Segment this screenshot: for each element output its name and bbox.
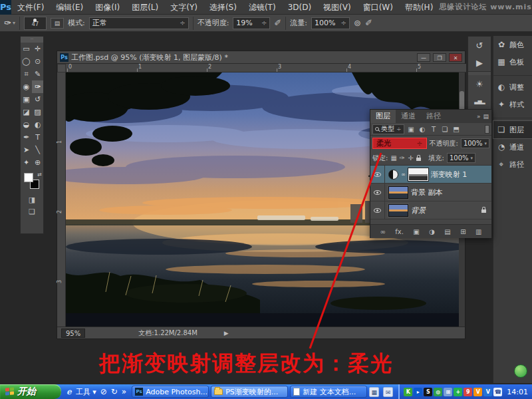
lock-transparent-icon[interactable]: ▦ (390, 154, 396, 162)
layer-row-gradient-map[interactable]: ∞ 渐变映射 1 (370, 166, 491, 184)
path-select-tool-icon[interactable]: ➤ (21, 144, 32, 156)
new-adjustment-icon[interactable]: ◑ (429, 228, 435, 235)
tray-k-icon[interactable]: K (404, 388, 412, 396)
status-options-arrow[interactable]: ▶ (224, 330, 229, 336)
actions-panel-icon[interactable]: ▶ (468, 54, 491, 71)
move-tool-icon[interactable]: ✛ (32, 43, 43, 55)
menu-filter[interactable]: 滤镜(T) (243, 0, 282, 15)
panel-button-color[interactable]: ✿颜色 (493, 36, 532, 53)
add-mask-icon[interactable]: ▣ (413, 228, 419, 235)
taskbar-toolbar-icon-2[interactable]: ✉ (383, 387, 393, 397)
clone-stamp-tool-icon[interactable]: ▣ (21, 93, 32, 106)
eyedropper-tool-icon[interactable]: ✎ (32, 68, 43, 80)
task-button-folder[interactable]: PS渐变映射的... (211, 386, 288, 398)
tool-preset-picker[interactable]: ✑▾ (4, 18, 15, 28)
layer-thumbnail[interactable] (388, 186, 408, 199)
rect-marquee-tool-icon[interactable]: ▭ (21, 43, 32, 55)
panel-button-layers[interactable]: ❏图层 (493, 121, 532, 138)
ie-icon[interactable]: e (66, 387, 72, 396)
tab-layers[interactable]: 图层 (370, 110, 396, 123)
flow-select[interactable]: 100% (311, 17, 350, 29)
tab-paths[interactable]: 路径 (421, 110, 446, 123)
tab-channels[interactable]: 通道 (396, 110, 421, 123)
pressure-size-icon[interactable]: ✐ (365, 18, 372, 28)
menu-type[interactable]: 文字(Y) (164, 0, 203, 15)
filter-toggle[interactable] (485, 125, 489, 134)
panel-button-paths[interactable]: ⌖路径 (493, 156, 532, 173)
visibility-toggle[interactable] (370, 166, 385, 184)
layer-mask-thumbnail[interactable] (408, 168, 428, 181)
toolbox-header[interactable]: ·· (21, 37, 43, 43)
layer-style-icon[interactable]: fx. (395, 228, 404, 235)
filter-type-icon[interactable]: T (430, 126, 438, 133)
eraser-tool-icon[interactable]: ◪ (21, 106, 32, 118)
layer-name[interactable]: 背景 副本 (411, 188, 443, 198)
layer-thumbnail[interactable] (388, 204, 408, 217)
mask-link-icon[interactable]: ∞ (401, 172, 406, 178)
opacity-select[interactable]: 19% (233, 17, 270, 29)
quick-launch-overflow-icon[interactable]: » (122, 387, 126, 396)
doc-close-button[interactable]: ✕ (449, 53, 462, 62)
filter-kind-select[interactable]: 类型 (372, 124, 404, 134)
filter-shape-icon[interactable]: ❏ (441, 126, 450, 133)
taskbar-toolbar-icon-1[interactable]: ▦ (369, 387, 379, 397)
panel-menu-icon[interactable]: ▤ (483, 113, 489, 120)
blur-tool-icon[interactable]: ◒ (21, 118, 32, 131)
start-button[interactable]: 开始 (0, 384, 61, 399)
gradient-map-adjustment-icon[interactable] (388, 170, 398, 180)
layer-opacity-select[interactable]: 100% (461, 138, 489, 148)
collapse-panel-icon[interactable]: » (477, 113, 481, 120)
shape-tool-icon[interactable]: ╲ (32, 144, 43, 156)
panel-button-styles[interactable]: ✦样式 (493, 96, 532, 113)
app-s-icon[interactable]: ⊘ (100, 387, 107, 396)
tray-windows-icon[interactable]: ⊞ (444, 388, 452, 396)
document-titlebar[interactable]: Ps 工作图.psd @ 95% (渐变映射 1, 图层蒙版/8) * — ❐ … (57, 51, 465, 64)
zoom-level-field[interactable]: 95% (61, 329, 85, 338)
crop-tool-icon[interactable]: ⌗ (21, 68, 32, 80)
tray-plus-icon[interactable]: + (454, 388, 462, 396)
menu-layer[interactable]: 图层(L) (126, 0, 164, 15)
visibility-toggle[interactable] (370, 201, 385, 219)
screen-mode-icon[interactable]: ❏ (21, 206, 43, 218)
history-panel-icon[interactable]: ↺ (468, 37, 491, 54)
tray-nine-icon[interactable]: 9 (464, 388, 472, 396)
layer-row-background[interactable]: 背景 (370, 201, 491, 219)
filter-pixel-icon[interactable]: ▣ (407, 126, 416, 133)
brush-size-picker[interactable]: 47 (24, 17, 47, 30)
mode-select[interactable]: 正常 (89, 17, 189, 29)
task-button-photoshop[interactable]: Ps Adobe Photosh... (132, 386, 209, 398)
ruler-corner[interactable] (57, 64, 66, 72)
tray-shield-blue-icon[interactable]: V (483, 388, 492, 396)
foreground-color-swatch[interactable] (24, 173, 33, 182)
brush-panel-toggle[interactable]: ▤ (51, 18, 64, 29)
doc-maximize-button[interactable]: ❐ (433, 53, 446, 62)
layer-name[interactable]: 渐变映射 1 (431, 170, 467, 180)
menu-file[interactable]: 文件(F) (11, 0, 50, 15)
type-tool-icon[interactable]: T (32, 131, 43, 144)
link-layers-icon[interactable]: ∞ (380, 228, 385, 235)
layer-name[interactable]: 背景 (411, 205, 426, 215)
menu-edit[interactable]: 编辑(E) (50, 0, 89, 15)
filter-adjustment-icon[interactable]: ◐ (418, 126, 427, 133)
adjustments-sun-icon[interactable]: ☀ (468, 75, 491, 92)
histogram-panel-icon[interactable]: ▃▅▂ (468, 92, 491, 110)
pressure-opacity-icon[interactable]: ✐ (274, 18, 281, 28)
tray-s-icon[interactable]: S (424, 388, 432, 396)
lock-pixels-icon[interactable]: ✑ (400, 154, 405, 162)
delete-layer-icon[interactable]: ▥ (475, 228, 481, 235)
filter-smart-icon[interactable]: ⬒ (452, 126, 461, 133)
zoom-tool-icon[interactable]: ⊕ (32, 156, 43, 169)
visibility-toggle[interactable] (370, 184, 385, 201)
brush-tool-icon[interactable]: ✑ (32, 80, 43, 93)
menu-image[interactable]: 图像(I) (89, 0, 126, 15)
lasso-tool-icon[interactable]: ◯ (21, 55, 32, 68)
swap-colors-icon[interactable]: ⇄ (37, 172, 42, 178)
menu-help[interactable]: 帮助(H) (399, 0, 439, 15)
pen-tool-icon[interactable]: ✒ (21, 131, 32, 144)
layer-row-background-copy[interactable]: 背景 副本 (370, 184, 491, 201)
menu-view[interactable]: 视图(V) (317, 0, 357, 15)
menu-select[interactable]: 选择(S) (203, 0, 243, 15)
lock-position-icon[interactable]: ✛ (408, 154, 413, 162)
tray-phone-icon[interactable]: ☎ (493, 388, 502, 396)
quick-select-tool-icon[interactable]: ⊙ (32, 55, 43, 68)
